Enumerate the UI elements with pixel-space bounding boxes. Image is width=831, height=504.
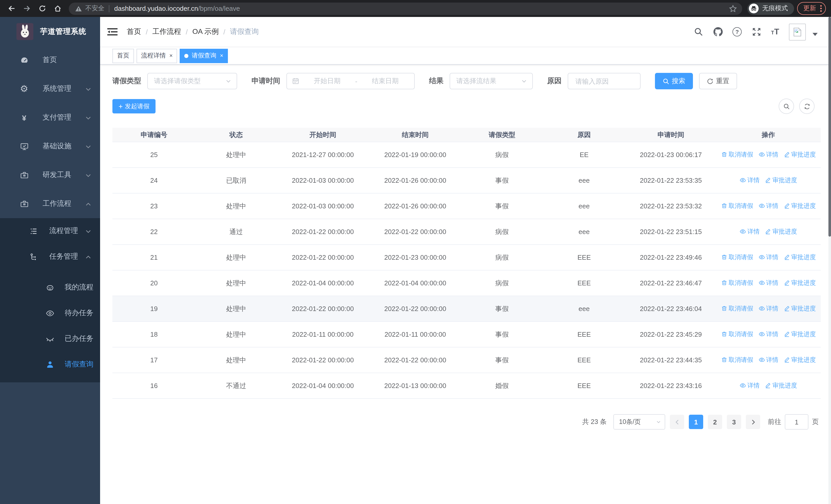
action-progress-link[interactable]: 审批进度 bbox=[765, 381, 797, 390]
fullscreen-icon[interactable] bbox=[751, 27, 761, 37]
cell-status: 处理中 bbox=[196, 322, 277, 347]
page-size-select[interactable]: 10条/页 bbox=[613, 414, 665, 429]
tab-leave-query[interactable]: 请假查询× bbox=[180, 49, 228, 63]
action-progress-link[interactable]: 审批进度 bbox=[783, 279, 816, 288]
delete-icon bbox=[721, 280, 727, 286]
goto-page: 前往 页 bbox=[768, 414, 819, 429]
tab-process-detail[interactable]: 流程详情× bbox=[137, 49, 177, 63]
action-progress-link[interactable]: 审批进度 bbox=[765, 176, 797, 185]
search-icon[interactable] bbox=[693, 27, 703, 37]
bookmark-star-icon[interactable] bbox=[729, 4, 737, 12]
avatar-dropdown-caret-icon[interactable] bbox=[812, 33, 818, 36]
reason-input[interactable] bbox=[574, 77, 634, 85]
app-logo[interactable]: 芋道管理系统 bbox=[0, 17, 100, 46]
sidebar-item-process-management[interactable]: 流程管理 bbox=[0, 218, 100, 244]
action-label: 详情 bbox=[766, 279, 778, 288]
result-select[interactable]: 请选择流结果 bbox=[450, 73, 533, 89]
page-scrollbar[interactable] bbox=[828, 17, 831, 504]
sidebar-item-todo-tasks[interactable]: 待办任务 bbox=[0, 300, 100, 326]
action-cancel-link[interactable]: 取消请假 bbox=[721, 202, 753, 210]
breadcrumb-item[interactable]: 首页 bbox=[127, 27, 141, 36]
delete-icon bbox=[721, 203, 727, 209]
action-cancel-link[interactable]: 取消请假 bbox=[721, 330, 753, 339]
page-button-2[interactable]: 2 bbox=[708, 415, 722, 429]
action-cancel-link[interactable]: 取消请假 bbox=[721, 279, 753, 288]
browser-update-button[interactable]: 更新 bbox=[797, 2, 826, 15]
sidebar-item-dev-tools[interactable]: 研发工具 bbox=[0, 161, 100, 189]
cell-apply-time: 2022-01-22 23:46:47 bbox=[626, 270, 716, 296]
toggle-search-button[interactable] bbox=[779, 98, 794, 114]
cell-reason: EEE bbox=[543, 373, 626, 398]
search-button[interactable]: 搜索 bbox=[655, 73, 693, 89]
leave-type-placeholder: 请选择请假类型 bbox=[154, 77, 201, 86]
cell-status: 处理中 bbox=[196, 347, 277, 373]
refresh-table-button[interactable] bbox=[799, 98, 814, 114]
close-icon[interactable]: × bbox=[220, 53, 223, 59]
action-cancel-link[interactable]: 取消请假 bbox=[721, 356, 753, 364]
reset-button[interactable]: 重置 bbox=[699, 73, 737, 89]
url-bar[interactable]: 不安全 dashboard.yudao.iocoder.cn/bpm/oa/le… bbox=[69, 2, 742, 14]
github-icon[interactable] bbox=[713, 27, 723, 37]
refresh-icon bbox=[707, 78, 713, 84]
sidebar-item-done-tasks[interactable]: 已办任务 bbox=[0, 326, 100, 352]
page-button-3[interactable]: 3 bbox=[727, 415, 741, 429]
sidebar-item-home[interactable]: 首页 bbox=[0, 46, 100, 75]
action-detail-link[interactable]: 详情 bbox=[740, 381, 760, 390]
tab-home[interactable]: 首页 bbox=[112, 49, 134, 63]
sidebar-item-payment[interactable]: ¥支付管理 bbox=[0, 103, 100, 132]
goto-page-input[interactable] bbox=[785, 414, 808, 429]
action-progress-link[interactable]: 审批进度 bbox=[783, 150, 816, 159]
user-avatar[interactable] bbox=[789, 23, 806, 40]
edit-icon bbox=[783, 357, 790, 363]
prev-page-button[interactable] bbox=[670, 415, 684, 429]
chevron-down-icon bbox=[656, 419, 661, 424]
browser-menu-icon[interactable] bbox=[820, 5, 822, 12]
sidebar-item-my-process[interactable]: 我的流程 bbox=[0, 274, 100, 300]
action-detail-link[interactable]: 详情 bbox=[740, 176, 760, 185]
action-progress-link[interactable]: 审批进度 bbox=[765, 227, 797, 236]
action-detail-link[interactable]: 详情 bbox=[758, 202, 778, 210]
font-size-icon[interactable]: TT bbox=[771, 27, 779, 36]
leave-type-select[interactable]: 请选择请假类型 bbox=[147, 73, 237, 89]
sidebar-collapse-icon[interactable] bbox=[107, 28, 118, 36]
action-progress-link[interactable]: 审批进度 bbox=[783, 253, 816, 262]
action-progress-link[interactable]: 审批进度 bbox=[783, 330, 816, 339]
page-button-1[interactable]: 1 bbox=[689, 415, 703, 429]
end-date-placeholder: 结束日期 bbox=[361, 77, 409, 86]
action-detail-link[interactable]: 详情 bbox=[758, 356, 778, 364]
action-cancel-link[interactable]: 取消请假 bbox=[721, 150, 753, 159]
browser-forward-icon[interactable] bbox=[21, 2, 33, 14]
browser-home-icon[interactable] bbox=[51, 2, 64, 14]
breadcrumb-item[interactable]: OA 示例 bbox=[193, 27, 219, 36]
action-cancel-link[interactable]: 取消请假 bbox=[721, 253, 753, 262]
column-header: 操作 bbox=[716, 128, 821, 142]
action-progress-link[interactable]: 审批进度 bbox=[783, 356, 816, 364]
browser-reload-icon[interactable] bbox=[36, 2, 48, 14]
not-secure-warning-icon[interactable] bbox=[75, 5, 82, 12]
close-icon[interactable]: × bbox=[169, 53, 173, 59]
action-detail-link[interactable]: 详情 bbox=[758, 279, 778, 288]
sidebar-item-system[interactable]: ⚙系统管理 bbox=[0, 75, 100, 103]
create-leave-button[interactable]: + 发起请假 bbox=[112, 99, 155, 113]
help-icon[interactable]: ? bbox=[733, 27, 742, 36]
action-progress-link[interactable]: 审批进度 bbox=[783, 304, 816, 313]
browser-back-icon[interactable] bbox=[5, 2, 18, 14]
sidebar-item-workflow[interactable]: 工作流程 bbox=[0, 189, 100, 218]
cell-end-time: 2022-01-22 00:00:00 bbox=[369, 296, 461, 322]
sidebar-item-task-management[interactable]: 任务管理 bbox=[0, 244, 100, 269]
action-detail-link[interactable]: 详情 bbox=[758, 330, 778, 339]
action-progress-link[interactable]: 审批进度 bbox=[783, 202, 816, 210]
action-detail-link[interactable]: 详情 bbox=[758, 150, 778, 159]
action-cancel-link[interactable]: 取消请假 bbox=[721, 304, 753, 313]
dashboard-icon bbox=[20, 55, 29, 65]
sidebar-item-label: 我的流程 bbox=[65, 283, 93, 292]
action-detail-link[interactable]: 详情 bbox=[758, 304, 778, 313]
sidebar-item-infrastructure[interactable]: 基础设施 bbox=[0, 132, 100, 161]
breadcrumb-item[interactable]: 工作流程 bbox=[152, 27, 181, 36]
next-page-button[interactable] bbox=[746, 415, 760, 429]
action-detail-link[interactable]: 详情 bbox=[758, 253, 778, 262]
scrollbar-thumb[interactable] bbox=[828, 17, 831, 237]
apply-time-range-picker[interactable]: 开始日期 - 结束日期 bbox=[286, 73, 415, 89]
action-detail-link[interactable]: 详情 bbox=[740, 227, 760, 236]
sidebar-item-leave-query[interactable]: 请假查询 bbox=[0, 352, 100, 377]
